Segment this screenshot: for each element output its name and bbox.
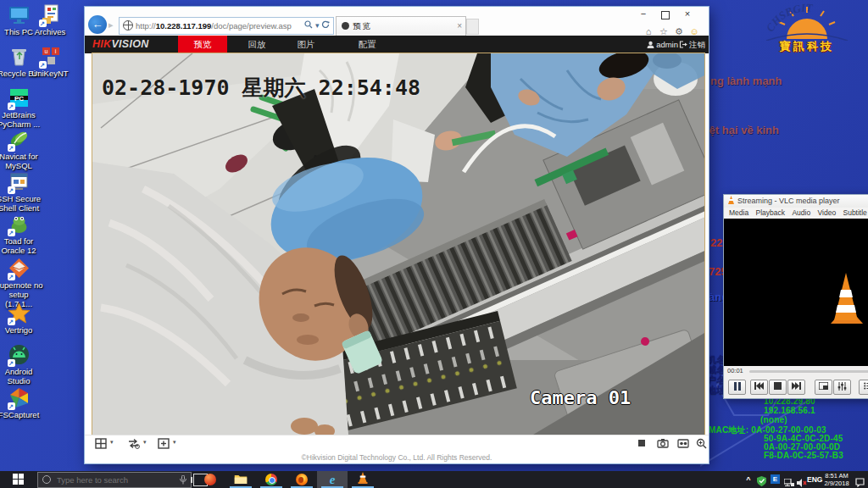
browser-tab-preview[interactable]: 预览 ×	[336, 16, 466, 36]
window-minimize-button[interactable]: −	[634, 8, 653, 20]
nav-tab-preview[interactable]: 预览	[178, 36, 227, 53]
hikvision-nav-bar: HIKVISION 预览 回放 图片 配置 admin 注销	[85, 36, 709, 53]
browser-forward-button[interactable]: ▸	[108, 19, 114, 30]
tray-network-icon[interactable]	[784, 475, 794, 488]
vlc-pause-button[interactable]	[728, 380, 746, 395]
nav-user[interactable]: admin	[647, 36, 678, 53]
tray-date: 2/9/2018	[819, 480, 854, 487]
vlc-menu-media[interactable]: Media	[729, 208, 748, 217]
address-bar[interactable]: http://10.228.117.199/doc/page/preview.a…	[119, 17, 334, 35]
vlc-video-area[interactable]	[724, 219, 868, 366]
vlc-stop-button[interactable]	[769, 380, 787, 395]
digital-zoom-icon[interactable]	[696, 438, 707, 449]
taskbar-firefox[interactable]	[287, 471, 317, 488]
vlc-menu-audio[interactable]: Audio	[792, 208, 810, 217]
nav-logout[interactable]: 注销	[679, 36, 705, 53]
browser-window: ← ▸ http://10.228.117.199/doc/page/previ…	[85, 7, 709, 463]
vlc-seek-bar[interactable]: 00:01	[724, 366, 868, 376]
taskbar-internet-explorer[interactable]: e	[317, 471, 348, 488]
layout-grid-icon[interactable]	[95, 438, 107, 449]
vlc-title-bar[interactable]: Streaming - VLC media player	[724, 195, 868, 208]
tray-clock[interactable]: 8:51 AM 2/9/2018	[819, 472, 854, 487]
desktop-icon-archives[interactable]: ↗ Archives	[25, 3, 75, 36]
vlc-fullscreen-button[interactable]	[815, 380, 832, 395]
tray-e-app-icon[interactable]: E	[771, 474, 780, 488]
supernote-icon: ↗	[8, 257, 31, 280]
shortcut-arrow-icon: ↗	[39, 19, 47, 27]
taskbar-search[interactable]	[37, 472, 192, 488]
address-bar-icons: ▾	[304, 18, 331, 34]
desktop-icon-label: Vertrigo	[0, 325, 43, 335]
vlc-next-button[interactable]	[787, 380, 805, 395]
vlc-playlist-button[interactable]	[859, 380, 868, 395]
tab-close-icon[interactable]: ×	[457, 17, 462, 35]
desktop-icon-vertrigo[interactable]: ↗ Vertrigo	[0, 302, 43, 335]
capture-icon[interactable]	[657, 438, 669, 448]
vlc-taskbar-icon	[358, 472, 369, 487]
nav-tab-config[interactable]: 配置	[348, 36, 387, 53]
add-window-icon[interactable]	[158, 438, 170, 449]
new-tab-button[interactable]	[466, 19, 479, 35]
tray-defender-shield-icon[interactable]	[757, 474, 766, 488]
desktop-icon-label: UniKeyNT	[25, 69, 75, 78]
vlc-menu-video[interactable]: Video	[818, 208, 837, 217]
desktop-icon-fscapture[interactable]: ↗ FSCapturet	[0, 386, 43, 419]
desktop-icon-label: Archives	[25, 27, 75, 36]
vlc-menu-subtitle[interactable]: Subtitle	[843, 208, 867, 217]
taskbar-file-explorer[interactable]	[225, 471, 256, 488]
shortcut-arrow-icon: ↗	[8, 229, 15, 236]
vlc-equalizer-button[interactable]	[833, 380, 851, 395]
search-dropdown-caret[interactable]: ▾	[315, 21, 320, 30]
nav-tab-playback[interactable]: 回放	[237, 36, 276, 53]
user-icon	[647, 41, 654, 48]
wallpaper-text-1: ng lành mạnh	[710, 75, 782, 87]
start-button[interactable]	[0, 471, 37, 488]
taskbar-chrome[interactable]	[256, 471, 287, 488]
vlc-previous-button[interactable]	[750, 380, 768, 395]
desktop-icon-toad[interactable]: ↗ Toad for Oracle 12	[0, 213, 43, 255]
desktop-icon-supernote[interactable]: ↗ Supernote no setup (1.7.1...	[0, 257, 43, 308]
stream-type-icon[interactable]	[127, 438, 140, 449]
desktop-icon-android-studio[interactable]: ↗ Android Studio	[0, 343, 43, 385]
desktop-screen: CHSBGIT 寶訊科技 ng lành mạnh iệt hại về kin…	[0, 0, 868, 488]
vlc-window: Streaming - VLC media player Media Playb…	[723, 194, 868, 399]
site-globe-icon	[123, 20, 133, 30]
archives-icon: ↗	[39, 3, 62, 26]
desktop-icon-unikeynt[interactable]: u i ↗ UniKeyNT	[25, 45, 75, 78]
live-view-video[interactable]: 02-28-1970 星期六 22:54:48 Camera 01	[92, 53, 705, 435]
shortcut-arrow-icon: ↗	[8, 402, 15, 410]
app-orb-icon	[204, 474, 216, 485]
window-maximize-button[interactable]	[656, 8, 675, 20]
tab-title: 预览	[353, 21, 372, 30]
layout-caret-icon[interactable]: ▾	[110, 439, 114, 446]
action-center-icon[interactable]	[855, 475, 865, 488]
taskbar-vlc[interactable]	[348, 471, 378, 488]
record-icon[interactable]	[677, 438, 689, 448]
microphone-icon[interactable]	[180, 475, 186, 485]
nav-tab-picture[interactable]: 图片	[287, 36, 326, 53]
logo-cn-text: 寶訊科技	[756, 39, 858, 54]
browser-back-button[interactable]: ←	[88, 15, 107, 34]
window-close-button[interactable]: ×	[678, 8, 697, 20]
vlc-seek-groove[interactable]	[749, 370, 868, 373]
refresh-icon[interactable]	[321, 20, 331, 29]
taskbar-app-launcher[interactable]	[195, 471, 225, 488]
vertrigo-star-icon: ↗	[8, 302, 31, 324]
tray-show-hidden-icons[interactable]: ^	[743, 471, 754, 488]
desktop-icon-pycharm[interactable]: PC ↗ JetBrains PyCharm ...	[0, 86, 43, 129]
desktop-icon-ssh[interactable]: ↗ SSH Secure Shell Client	[0, 170, 43, 213]
tray-volume-muted-icon[interactable]	[797, 475, 807, 488]
hikvision-logo: HIKVISION	[92, 38, 149, 50]
vlc-menu-playback[interactable]: Playback	[756, 208, 786, 217]
desktop-icon-label: Toad for Oracle 12	[0, 236, 43, 255]
desktop-icon-navicat[interactable]: ↗ Navicat for MySQL	[0, 128, 43, 170]
pycharm-badge: PC	[14, 95, 23, 103]
stop-all-icon[interactable]	[637, 438, 646, 448]
add-window-caret-icon[interactable]: ▾	[173, 439, 176, 446]
search-input[interactable]	[55, 473, 169, 487]
shortcut-arrow-icon: ↗	[8, 318, 15, 325]
search-icon[interactable]	[304, 20, 313, 29]
stream-caret-icon[interactable]: ▾	[143, 439, 147, 446]
shortcut-arrow-icon: ↗	[8, 273, 15, 280]
wallpaper-text-2: iệt hại về kinh	[706, 124, 779, 136]
